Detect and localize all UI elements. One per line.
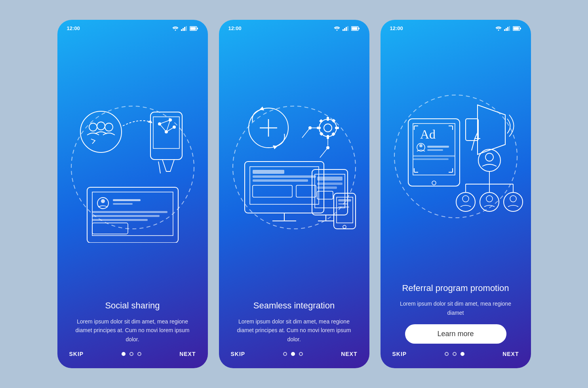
svg-rect-7 xyxy=(197,28,198,29)
svg-rect-98 xyxy=(427,149,443,151)
signal-icon-2 xyxy=(343,26,349,31)
svg-rect-85 xyxy=(506,28,507,31)
svg-rect-31 xyxy=(92,215,160,217)
dot-3-3 xyxy=(461,352,464,356)
svg-point-111 xyxy=(462,196,469,202)
svg-rect-99 xyxy=(413,155,455,157)
svg-rect-30 xyxy=(92,211,167,213)
svg-rect-35 xyxy=(343,29,344,31)
next-button-1[interactable]: NEXT xyxy=(179,351,196,357)
time-2: 12:00 xyxy=(228,25,242,31)
screen-3: 12:00 xyxy=(381,20,531,368)
text-area-2: Seamless integration Lorem ipsum dolor s… xyxy=(219,296,369,344)
learn-more-button[interactable]: Learn more xyxy=(405,324,506,344)
status-icons-1 xyxy=(172,26,198,31)
svg-rect-73 xyxy=(317,177,343,181)
dot-3-1 xyxy=(445,352,449,356)
next-button-2[interactable]: NEXT xyxy=(341,351,357,357)
text-area-1: Social sharing Lorem ipsum dolor sit dim… xyxy=(57,296,208,344)
svg-point-96 xyxy=(419,144,422,147)
svg-rect-76 xyxy=(317,191,333,199)
svg-rect-33 xyxy=(92,223,128,234)
svg-rect-70 xyxy=(296,185,316,197)
svg-point-82 xyxy=(343,225,346,228)
screen-2: 12:00 xyxy=(219,20,369,368)
title-1: Social sharing xyxy=(69,300,196,312)
svg-rect-4 xyxy=(186,26,187,31)
svg-rect-29 xyxy=(113,203,133,205)
svg-rect-79 xyxy=(338,199,351,202)
svg-point-104 xyxy=(485,153,493,161)
svg-rect-41 xyxy=(358,28,360,29)
screens-container: 12:00 xyxy=(57,20,531,368)
svg-point-42 xyxy=(233,106,356,229)
wifi-icon-3 xyxy=(495,26,502,31)
svg-rect-37 xyxy=(346,27,347,31)
svg-rect-90 xyxy=(520,28,521,29)
svg-rect-68 xyxy=(253,179,308,182)
svg-point-113 xyxy=(486,196,493,202)
svg-point-10 xyxy=(89,123,97,131)
svg-rect-6 xyxy=(190,27,196,30)
svg-rect-13 xyxy=(150,112,182,160)
nav-area-1: SKIP NEXT xyxy=(57,344,208,368)
illustration-social-sharing xyxy=(57,34,208,296)
svg-rect-87 xyxy=(509,26,510,31)
svg-text:Ad: Ad xyxy=(420,127,436,141)
svg-point-83 xyxy=(498,29,499,30)
dot-3-2 xyxy=(453,352,457,356)
svg-rect-1 xyxy=(181,29,182,31)
skip-button-2[interactable]: SKIP xyxy=(231,351,245,357)
svg-rect-53 xyxy=(335,127,339,129)
skip-button-1[interactable]: SKIP xyxy=(69,351,84,357)
svg-point-34 xyxy=(336,29,337,30)
nav-area-3: SKIP NEXT xyxy=(381,344,531,368)
dots-1 xyxy=(122,352,141,356)
body-1: Lorem ipsum dolor sit dim amet, mea regi… xyxy=(69,317,196,344)
illustration-seamless xyxy=(219,34,369,296)
status-bar-1: 12:00 xyxy=(57,20,208,34)
svg-rect-3 xyxy=(184,27,185,31)
svg-rect-81 xyxy=(338,206,349,208)
dots-3 xyxy=(445,352,464,356)
svg-rect-89 xyxy=(513,27,519,30)
svg-rect-66 xyxy=(253,170,284,174)
skip-button-3[interactable]: SKIP xyxy=(392,351,407,357)
svg-rect-69 xyxy=(253,185,292,197)
dots-2 xyxy=(283,352,303,356)
svg-point-101 xyxy=(432,181,436,185)
dot-2-1 xyxy=(283,352,287,356)
title-3: Referral program promotion xyxy=(392,283,519,294)
text-area-3: Referral program promotion Lorem ipsum d… xyxy=(381,279,531,344)
wifi-icon-2 xyxy=(334,26,340,31)
svg-point-11 xyxy=(97,122,105,130)
status-bar-3: 12:00 xyxy=(381,20,531,34)
svg-line-19 xyxy=(160,120,170,124)
time-1: 12:00 xyxy=(67,25,80,31)
svg-rect-100 xyxy=(413,158,449,160)
illustration-referral: Ad xyxy=(381,34,531,279)
svg-rect-84 xyxy=(504,29,505,31)
screen-1: 12:00 xyxy=(57,20,208,368)
time-3: 12:00 xyxy=(390,25,403,31)
svg-rect-2 xyxy=(183,28,184,31)
next-button-3[interactable]: NEXT xyxy=(502,351,519,357)
dot-1-3 xyxy=(137,352,141,356)
svg-point-49 xyxy=(324,124,332,132)
svg-point-103 xyxy=(478,149,500,171)
title-2: Seamless integration xyxy=(231,300,358,312)
svg-rect-80 xyxy=(338,203,348,205)
signal-icon-3 xyxy=(504,26,510,31)
svg-rect-32 xyxy=(92,219,148,221)
body-3: Lorem ipsum dolor sit dim amet, mea regi… xyxy=(392,299,519,317)
dot-1-1 xyxy=(122,352,126,356)
battery-icon xyxy=(190,26,198,31)
status-icons-2 xyxy=(334,26,360,31)
svg-rect-86 xyxy=(507,27,508,31)
dot-2-2 xyxy=(291,352,295,356)
battery-icon-3 xyxy=(513,26,521,31)
svg-point-27 xyxy=(101,199,105,203)
svg-rect-97 xyxy=(427,146,449,148)
svg-rect-54 xyxy=(319,119,323,123)
battery-icon-2 xyxy=(351,26,360,31)
